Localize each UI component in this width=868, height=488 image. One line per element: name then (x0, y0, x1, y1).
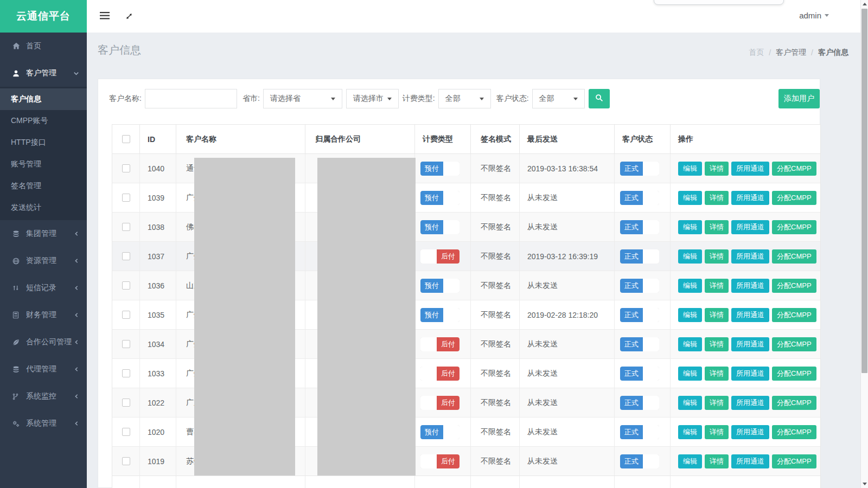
channels-button[interactable]: 所用通道 (731, 396, 769, 410)
edit-button[interactable]: 编辑 (678, 454, 702, 468)
billing-toggle-后付[interactable]: 后付 (420, 337, 459, 351)
detail-button[interactable]: 详情 (705, 279, 729, 293)
status-toggle-正式[interactable]: 正式 (620, 162, 659, 176)
status-toggle-正式[interactable]: 正式 (620, 308, 659, 322)
billing-toggle-预付[interactable]: 预付 (420, 162, 459, 176)
edit-button[interactable]: 编辑 (678, 191, 702, 205)
assign-cmpp-button[interactable]: 分配CMPP (772, 396, 816, 410)
status-toggle-正式[interactable]: 正式 (620, 367, 659, 381)
billing-toggle-预付[interactable]: 预付 (420, 279, 459, 293)
fullscreen-expand-icon[interactable] (125, 12, 133, 23)
detail-button[interactable]: 详情 (705, 249, 729, 264)
city-select[interactable]: 请选择市 (346, 89, 399, 108)
edit-button[interactable]: 编辑 (678, 425, 702, 439)
billing-type-select[interactable]: 全部 (438, 89, 491, 108)
add-user-button[interactable]: 添加用户 (778, 89, 820, 108)
billing-toggle-预付[interactable]: 预付 (420, 425, 459, 439)
status-toggle-正式[interactable]: 正式 (620, 454, 659, 468)
assign-cmpp-button[interactable]: 分配CMPP (772, 367, 816, 381)
sidebar-item-集团管理[interactable]: 集团管理 (0, 220, 87, 247)
billing-toggle-预付[interactable]: 预付 (420, 191, 459, 205)
billing-toggle-后付[interactable]: 后付 (420, 396, 459, 410)
channels-button[interactable]: 所用通道 (731, 425, 769, 439)
detail-button[interactable]: 详情 (705, 162, 729, 176)
detail-button[interactable]: 详情 (705, 337, 729, 351)
scroll-down-arrow[interactable] (863, 483, 867, 485)
assign-cmpp-button[interactable]: 分配CMPP (772, 337, 816, 351)
row-checkbox[interactable] (122, 311, 130, 319)
assign-cmpp-button[interactable]: 分配CMPP (772, 220, 816, 234)
province-select[interactable]: 请选择省 (263, 89, 342, 108)
channels-button[interactable]: 所用通道 (731, 249, 769, 264)
sidebar-item-短信记录[interactable]: 短信记录 (0, 274, 87, 301)
sidebar-subitem-HTTP接口[interactable]: HTTP接口 (0, 132, 87, 153)
detail-button[interactable]: 详情 (705, 425, 729, 439)
assign-cmpp-button[interactable]: 分配CMPP (772, 425, 816, 439)
edit-button[interactable]: 编辑 (678, 249, 702, 264)
assign-cmpp-button[interactable]: 分配CMPP (772, 308, 816, 322)
row-checkbox[interactable] (122, 252, 130, 260)
sidebar-item-资源管理[interactable]: 资源管理 (0, 247, 87, 274)
sidebar-item-首页[interactable]: 首页 (0, 33, 87, 60)
search-button[interactable] (589, 89, 610, 108)
edit-button[interactable]: 编辑 (678, 337, 702, 351)
sidebar-subitem-账号管理[interactable]: 账号管理 (0, 153, 87, 175)
breadcrumb-item[interactable]: 首页 (749, 48, 764, 57)
scrollbar-thumb[interactable] (861, 9, 867, 373)
row-checkbox[interactable] (122, 164, 130, 172)
edit-button[interactable]: 编辑 (678, 396, 702, 410)
channels-button[interactable]: 所用通道 (731, 454, 769, 468)
edit-button[interactable]: 编辑 (678, 308, 702, 322)
select-all-checkbox[interactable] (122, 135, 130, 143)
row-checkbox[interactable] (122, 194, 130, 202)
sidebar-item-代理管理[interactable]: 代理管理 (0, 356, 87, 383)
row-checkbox[interactable] (122, 428, 130, 436)
customer-name-input[interactable] (145, 89, 237, 108)
edit-button[interactable]: 编辑 (678, 279, 702, 293)
row-checkbox[interactable] (122, 457, 130, 465)
customer-status-select[interactable]: 全部 (532, 89, 585, 108)
sidebar-subitem-客户信息[interactable]: 客户信息 (0, 88, 87, 110)
detail-button[interactable]: 详情 (705, 308, 729, 322)
detail-button[interactable]: 详情 (705, 367, 729, 381)
assign-cmpp-button[interactable]: 分配CMPP (772, 279, 816, 293)
status-toggle-正式[interactable]: 正式 (620, 337, 659, 351)
sidebar-item-合作公司管理[interactable]: 合作公司管理 (0, 329, 87, 356)
channels-button[interactable]: 所用通道 (731, 191, 769, 205)
assign-cmpp-button[interactable]: 分配CMPP (772, 249, 816, 264)
row-checkbox[interactable] (122, 223, 130, 231)
row-checkbox[interactable] (122, 340, 130, 348)
status-toggle-正式[interactable]: 正式 (620, 279, 659, 293)
sidebar-item-客户管理[interactable]: 客户管理 (0, 60, 87, 87)
status-toggle-正式[interactable]: 正式 (620, 249, 659, 264)
channels-button[interactable]: 所用通道 (731, 220, 769, 234)
detail-button[interactable]: 详情 (705, 220, 729, 234)
sidebar-subitem-CMPP账号[interactable]: CMPP账号 (0, 110, 87, 132)
sidebar-item-系统管理[interactable]: 系统管理 (0, 410, 87, 437)
channels-button[interactable]: 所用通道 (731, 367, 769, 381)
detail-button[interactable]: 详情 (705, 396, 729, 410)
detail-button[interactable]: 详情 (705, 191, 729, 205)
row-checkbox[interactable] (122, 281, 130, 290)
assign-cmpp-button[interactable]: 分配CMPP (772, 162, 816, 176)
billing-toggle-后付[interactable]: 后付 (420, 249, 459, 264)
channels-button[interactable]: 所用通道 (731, 308, 769, 322)
billing-toggle-预付[interactable]: 预付 (420, 220, 459, 234)
breadcrumb-item[interactable]: 客户管理 (776, 48, 806, 57)
edit-button[interactable]: 编辑 (678, 162, 702, 176)
channels-button[interactable]: 所用通道 (731, 162, 769, 176)
sidebar-subitem-发送统计[interactable]: 发送统计 (0, 197, 87, 219)
assign-cmpp-button[interactable]: 分配CMPP (772, 454, 816, 468)
edit-button[interactable]: 编辑 (678, 367, 702, 381)
status-toggle-正式[interactable]: 正式 (620, 220, 659, 234)
detail-button[interactable]: 详情 (705, 454, 729, 468)
status-toggle-正式[interactable]: 正式 (620, 425, 659, 439)
status-toggle-正式[interactable]: 正式 (620, 396, 659, 410)
billing-toggle-后付[interactable]: 后付 (420, 454, 459, 468)
assign-cmpp-button[interactable]: 分配CMPP (772, 191, 816, 205)
hamburger-menu-icon[interactable] (100, 12, 110, 22)
edit-button[interactable]: 编辑 (678, 220, 702, 234)
sidebar-item-系统监控[interactable]: 系统监控 (0, 383, 87, 410)
admin-user-menu[interactable]: admin (799, 11, 829, 20)
row-checkbox[interactable] (122, 399, 130, 407)
